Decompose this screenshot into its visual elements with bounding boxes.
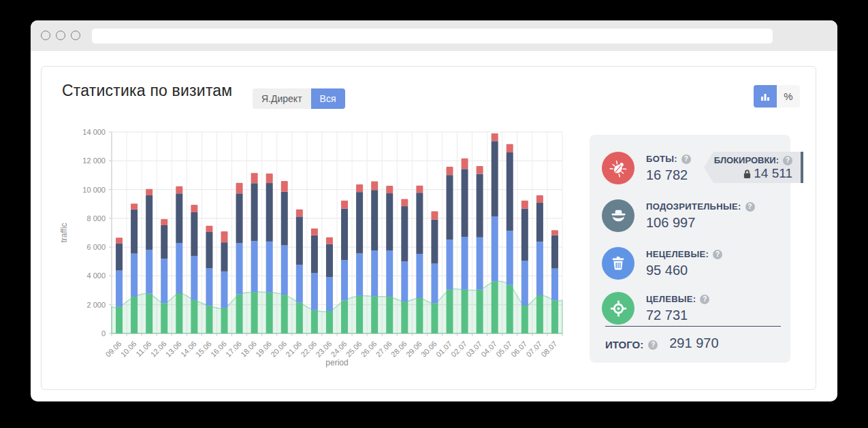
view-mode-percent-button[interactable]: % <box>777 85 800 108</box>
bar-segment-suspicious[interactable] <box>536 203 543 242</box>
bar-segment-untargeted[interactable] <box>492 216 498 282</box>
bar-segment-targeted[interactable] <box>386 297 393 333</box>
bar-segment-bots[interactable] <box>401 199 408 207</box>
source-toggle-all[interactable]: Вся <box>311 88 345 109</box>
bar-segment-suspicious[interactable] <box>462 169 468 237</box>
help-icon[interactable]: ? <box>713 250 722 259</box>
bar-segment-bots[interactable] <box>462 159 468 169</box>
bar-segment-bots[interactable] <box>146 189 152 195</box>
bar-segment-suspicious[interactable] <box>507 152 513 231</box>
bar-segment-bots[interactable] <box>161 219 167 225</box>
bar-segment-targeted[interactable] <box>371 297 378 333</box>
bar-segment-targeted[interactable] <box>206 306 212 333</box>
bar-segment-targeted[interactable] <box>477 290 483 333</box>
bar-segment-suspicious[interactable] <box>371 190 378 250</box>
bar-segment-suspicious[interactable] <box>206 232 212 268</box>
bar-segment-targeted[interactable] <box>507 285 513 333</box>
bar-segment-targeted[interactable] <box>401 301 408 333</box>
bar-segment-suspicious[interactable] <box>161 225 167 259</box>
bar-segment-targeted[interactable] <box>462 290 468 333</box>
bar-segment-targeted[interactable] <box>191 300 197 333</box>
bar-segment-untargeted[interactable] <box>296 265 303 303</box>
bar-segment-targeted[interactable] <box>326 311 333 333</box>
bar-segment-bots[interactable] <box>311 229 318 235</box>
bar-segment-untargeted[interactable] <box>116 271 123 307</box>
bar-segment-suspicious[interactable] <box>266 183 273 242</box>
bar-segment-bots[interactable] <box>206 226 212 232</box>
bar-segment-suspicious[interactable] <box>416 193 423 254</box>
bar-segment-untargeted[interactable] <box>191 256 197 300</box>
help-icon[interactable]: ? <box>681 154 691 164</box>
bar-segment-suspicious[interactable] <box>341 208 348 260</box>
bar-segment-untargeted[interactable] <box>236 243 243 295</box>
bar-segment-bots[interactable] <box>551 230 558 235</box>
help-icon[interactable]: ? <box>745 202 755 212</box>
bar-segment-untargeted[interactable] <box>251 241 258 292</box>
bar-segment-targeted[interactable] <box>131 297 138 333</box>
bar-segment-targeted[interactable] <box>176 293 182 333</box>
bar-segment-bots[interactable] <box>221 231 228 242</box>
bar-segment-bots[interactable] <box>116 237 123 243</box>
bar-segment-untargeted[interactable] <box>146 250 152 294</box>
bar-segment-suspicious[interactable] <box>492 141 498 216</box>
bar-segment-bots[interactable] <box>251 173 258 183</box>
bar-segment-bots[interactable] <box>492 133 498 141</box>
bar-segment-suspicious[interactable] <box>146 195 152 250</box>
bar-segment-targeted[interactable] <box>536 295 543 333</box>
bar-segment-untargeted[interactable] <box>507 231 513 284</box>
bar-segment-untargeted[interactable] <box>281 246 288 295</box>
bar-segment-untargeted[interactable] <box>176 243 182 293</box>
bar-segment-bots[interactable] <box>447 167 453 175</box>
help-icon[interactable]: ? <box>700 295 709 304</box>
bar-segment-targeted[interactable] <box>236 295 243 333</box>
window-control-close[interactable] <box>41 31 50 40</box>
help-icon[interactable]: ? <box>783 156 792 165</box>
bar-segment-untargeted[interactable] <box>356 253 363 295</box>
bar-segment-bots[interactable] <box>296 210 303 217</box>
bar-segment-untargeted[interactable] <box>447 240 453 290</box>
bar-segment-targeted[interactable] <box>161 303 167 333</box>
view-mode-chart-button[interactable] <box>754 85 777 108</box>
bar-segment-targeted[interactable] <box>296 303 303 333</box>
bar-segment-untargeted[interactable] <box>206 268 212 306</box>
bar-segment-suspicious[interactable] <box>521 208 528 261</box>
bar-segment-suspicious[interactable] <box>221 242 228 271</box>
bar-segment-untargeted[interactable] <box>326 277 333 311</box>
bar-segment-targeted[interactable] <box>251 292 258 333</box>
bar-segment-suspicious[interactable] <box>281 192 288 246</box>
bar-segment-suspicious[interactable] <box>116 244 123 271</box>
bar-segment-targeted[interactable] <box>221 308 228 333</box>
bar-segment-suspicious[interactable] <box>356 192 363 253</box>
bar-segment-suspicious[interactable] <box>326 244 333 278</box>
bar-segment-targeted[interactable] <box>266 293 273 333</box>
help-icon[interactable]: ? <box>648 340 658 350</box>
bar-segment-bots[interactable] <box>326 237 333 244</box>
bar-segment-targeted[interactable] <box>551 300 558 333</box>
bar-segment-untargeted[interactable] <box>131 254 138 297</box>
bar-segment-untargeted[interactable] <box>551 269 558 301</box>
bar-segment-bots[interactable] <box>371 182 378 191</box>
bar-segment-targeted[interactable] <box>356 296 363 333</box>
bar-segment-bots[interactable] <box>356 184 363 192</box>
bar-segment-targeted[interactable] <box>281 295 288 333</box>
bar-segment-untargeted[interactable] <box>386 250 393 297</box>
bar-segment-bots[interactable] <box>386 186 393 193</box>
bar-segment-untargeted[interactable] <box>536 242 543 295</box>
bar-segment-untargeted[interactable] <box>431 263 438 303</box>
bar-segment-bots[interactable] <box>236 183 243 194</box>
bar-segment-suspicious[interactable] <box>131 210 138 254</box>
bar-segment-bots[interactable] <box>536 195 543 203</box>
bar-segment-untargeted[interactable] <box>341 260 348 300</box>
bar-segment-targeted[interactable] <box>341 300 348 333</box>
bar-segment-untargeted[interactable] <box>221 271 228 308</box>
bar-segment-untargeted[interactable] <box>401 261 408 301</box>
bar-segment-suspicious[interactable] <box>401 206 408 261</box>
bar-segment-untargeted[interactable] <box>371 250 378 297</box>
bar-segment-suspicious[interactable] <box>236 193 243 243</box>
bar-segment-suspicious[interactable] <box>191 212 197 256</box>
url-bar[interactable] <box>92 29 773 44</box>
bar-segment-untargeted[interactable] <box>521 261 528 306</box>
bar-segment-targeted[interactable] <box>116 307 123 333</box>
bar-segment-suspicious[interactable] <box>311 235 318 274</box>
bar-segment-untargeted[interactable] <box>462 237 468 290</box>
